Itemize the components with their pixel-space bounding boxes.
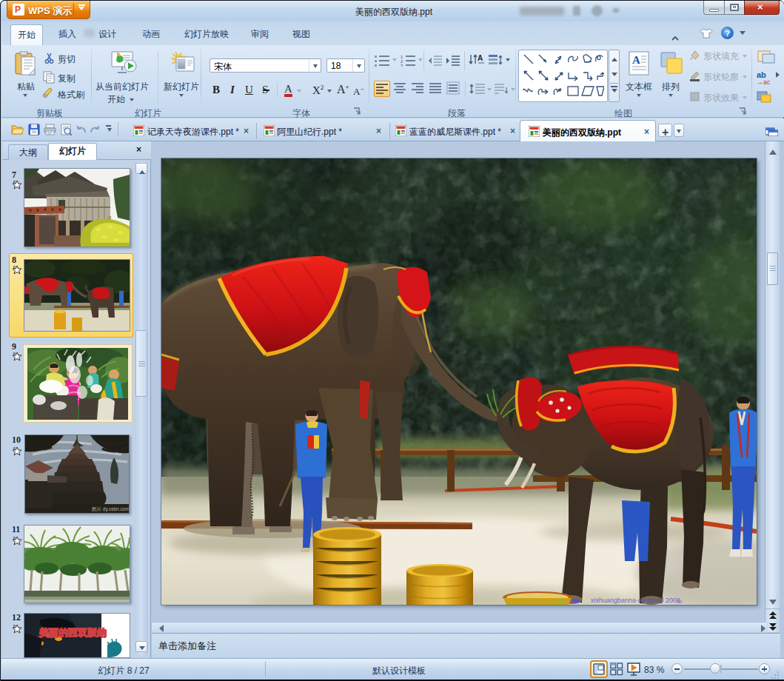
svg-text:美丽的西双版纳: 美丽的西双版纳 (38, 627, 107, 638)
svg-text:xishuangbanna·dy·travel 2008: xishuangbanna·dy·travel 2008 (591, 597, 680, 604)
svg-text:A: A (632, 54, 640, 66)
svg-text:3: 3 (401, 64, 403, 67)
svg-text:A: A (478, 54, 483, 62)
svg-text:图片 dy.xsbn.com: 图片 dy.xsbn.com (92, 506, 129, 512)
